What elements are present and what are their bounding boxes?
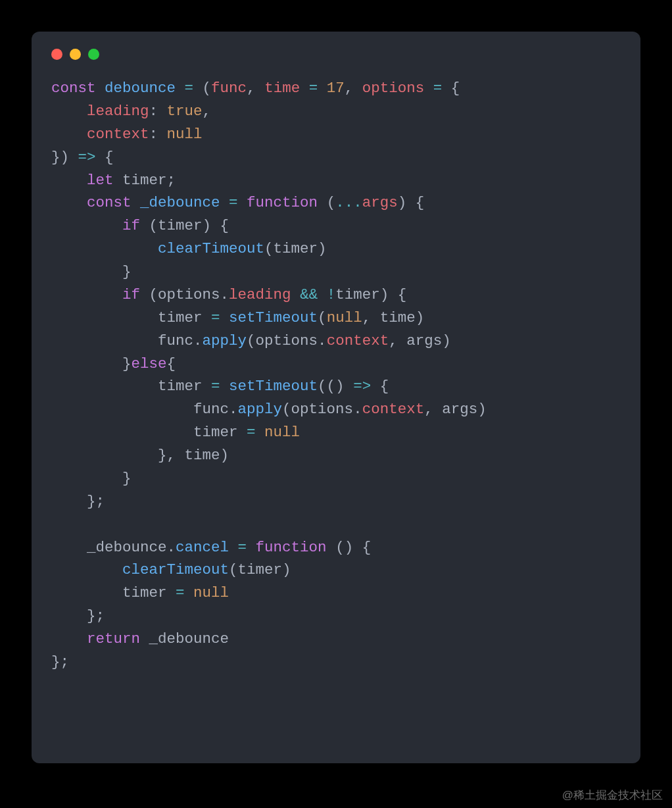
code-window: const debounce = (func, time = 17, optio…	[32, 32, 640, 763]
minimize-icon[interactable]	[70, 49, 81, 60]
maximize-icon[interactable]	[88, 49, 99, 60]
window-traffic-lights	[51, 49, 621, 60]
watermark-label: @稀土掘金技术社区	[562, 788, 663, 803]
code-content: const debounce = (func, time = 17, optio…	[51, 77, 621, 674]
close-icon[interactable]	[51, 49, 62, 60]
